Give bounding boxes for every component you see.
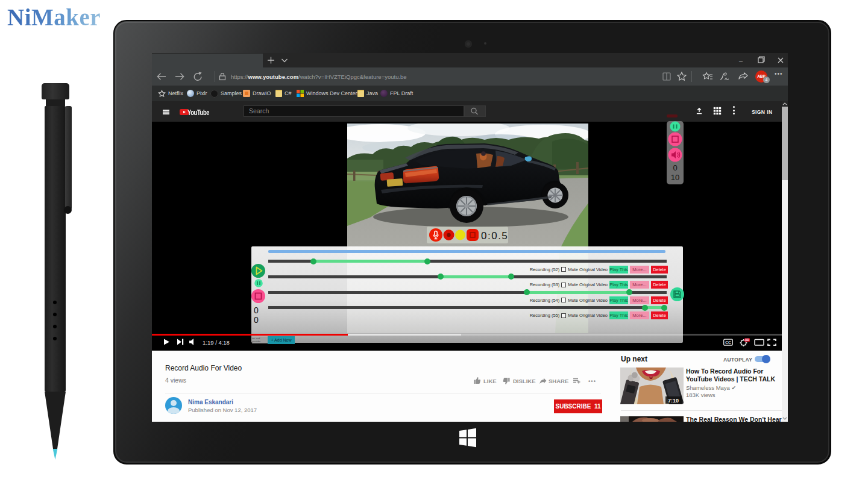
svg-text:HD: HD: [745, 339, 749, 342]
svg-text:7:10: 7:10: [668, 398, 679, 404]
svg-text:CC: CC: [725, 340, 731, 345]
